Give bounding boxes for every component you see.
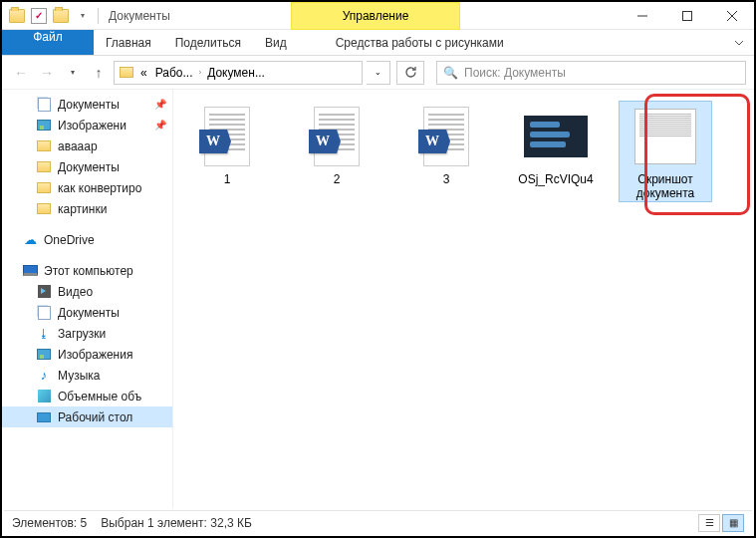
window-title: Документы bbox=[109, 9, 170, 23]
file-item[interactable]: W 1 bbox=[181, 102, 273, 201]
up-button[interactable]: ↑ bbox=[88, 62, 110, 84]
file-name: 2 bbox=[334, 173, 341, 187]
contextual-tab-header: Управление bbox=[291, 2, 460, 30]
tab-file[interactable]: Файл bbox=[2, 30, 94, 55]
image-thumbnail bbox=[630, 102, 700, 171]
folder-icon bbox=[36, 138, 52, 154]
tab-view[interactable]: Вид bbox=[253, 30, 299, 55]
file-item-selected[interactable]: Скриншот документа bbox=[620, 102, 711, 201]
sidebar-item[interactable]: Изображени📌 bbox=[2, 115, 172, 135]
sidebar-this-pc[interactable]: Этот компьютер bbox=[2, 260, 172, 281]
thumbnails-view-button[interactable]: ▦ bbox=[722, 514, 744, 532]
status-bar: Элементов: 5 Выбран 1 элемент: 32,3 КБ ☰… bbox=[4, 510, 752, 534]
refresh-button[interactable] bbox=[396, 61, 424, 85]
qat-properties-icon[interactable]: ✓ bbox=[30, 7, 48, 25]
pin-icon: 📌 bbox=[154, 99, 166, 110]
address-folder-icon bbox=[119, 65, 134, 81]
sidebar-item[interactable]: ⭳Загрузки bbox=[2, 323, 172, 344]
tab-share[interactable]: Поделиться bbox=[163, 30, 253, 55]
sidebar-item[interactable]: Изображения bbox=[2, 344, 172, 365]
video-icon bbox=[36, 284, 52, 300]
minimize-button[interactable] bbox=[620, 2, 664, 29]
word-doc-icon: W bbox=[411, 102, 481, 171]
ribbon-expand-button[interactable] bbox=[724, 30, 754, 55]
folder-icon bbox=[36, 159, 52, 175]
svg-rect-1 bbox=[682, 11, 691, 20]
sidebar-item[interactable]: авааар bbox=[2, 135, 172, 156]
forward-button[interactable]: → bbox=[36, 62, 58, 84]
address-bar[interactable]: « Рабо... › Докумен... bbox=[114, 61, 363, 85]
file-name: 1 bbox=[224, 173, 231, 187]
recent-locations-button[interactable]: ▾ bbox=[62, 62, 84, 84]
documents-icon bbox=[36, 305, 52, 321]
close-button[interactable] bbox=[709, 2, 754, 29]
sidebar-item[interactable]: Документы bbox=[2, 302, 172, 323]
app-folder-icon bbox=[8, 7, 26, 25]
3d-objects-icon bbox=[36, 389, 52, 404]
crumb-1[interactable]: Рабо... bbox=[153, 66, 195, 80]
folder-icon bbox=[36, 180, 52, 196]
music-icon: ♪ bbox=[36, 368, 52, 384]
selection-info: Выбран 1 элемент: 32,3 КБ bbox=[101, 516, 252, 530]
file-name: 3 bbox=[443, 173, 450, 187]
qat-dropdown-icon[interactable]: ▾ bbox=[74, 7, 92, 25]
pc-icon bbox=[22, 263, 38, 279]
file-list[interactable]: W 1 W 2 W 3 OSj_RcVIQu4 Скриншот докумен… bbox=[173, 90, 754, 508]
downloads-icon: ⭳ bbox=[36, 326, 52, 342]
quick-access-toolbar: ✓ ▾ bbox=[2, 7, 101, 25]
title-bar: ✓ ▾ Документы Управление bbox=[2, 2, 754, 30]
qat-new-folder-icon[interactable] bbox=[52, 7, 70, 25]
maximize-button[interactable] bbox=[664, 2, 709, 29]
documents-icon bbox=[36, 97, 52, 113]
sidebar-onedrive[interactable]: ☁OneDrive bbox=[2, 229, 172, 250]
sidebar-item[interactable]: картинки bbox=[2, 198, 172, 219]
search-box[interactable]: 🔍 Поиск: Документы bbox=[436, 61, 746, 85]
pictures-icon bbox=[36, 347, 52, 363]
crumb-sep-icon[interactable]: › bbox=[199, 68, 202, 77]
address-dropdown[interactable]: ⌄ bbox=[367, 61, 390, 85]
tab-home[interactable]: Главная bbox=[94, 30, 163, 55]
sidebar-item[interactable]: Документы📌 bbox=[2, 94, 172, 115]
back-button[interactable]: ← bbox=[10, 62, 32, 84]
pictures-icon bbox=[36, 118, 52, 134]
crumb-2[interactable]: Докумен... bbox=[205, 66, 267, 80]
sidebar-item-desktop[interactable]: Рабочий стол bbox=[2, 406, 172, 427]
tab-picture-tools[interactable]: Средства работы с рисунками bbox=[324, 30, 516, 55]
pin-icon: 📌 bbox=[154, 120, 166, 131]
image-thumbnail bbox=[521, 102, 591, 171]
sidebar-item[interactable]: как конвертиро bbox=[2, 177, 172, 198]
navigation-pane: Документы📌 Изображени📌 авааар Документы … bbox=[2, 90, 173, 508]
search-placeholder: Поиск: Документы bbox=[464, 66, 566, 80]
file-name: Скриншот документа bbox=[620, 173, 711, 201]
navigation-bar: ← → ▾ ↑ « Рабо... › Докумен... ⌄ 🔍 Поиск… bbox=[2, 56, 754, 90]
file-item[interactable]: W 3 bbox=[400, 102, 492, 201]
details-view-button[interactable]: ☰ bbox=[698, 514, 720, 532]
separator bbox=[98, 8, 99, 24]
sidebar-item[interactable]: Документы bbox=[2, 156, 172, 177]
sidebar-item[interactable]: ♪Музыка bbox=[2, 365, 172, 386]
sidebar-item[interactable]: Видео bbox=[2, 281, 172, 302]
search-icon: 🔍 bbox=[443, 66, 458, 80]
file-name: OSj_RcVIQu4 bbox=[518, 173, 593, 187]
folder-icon bbox=[36, 201, 52, 217]
cloud-icon: ☁ bbox=[22, 232, 38, 248]
crumb-prefix: « bbox=[138, 66, 149, 80]
ribbon-tabs: Файл Главная Поделиться Вид Средства раб… bbox=[2, 30, 754, 56]
file-item[interactable]: OSj_RcVIQu4 bbox=[510, 102, 602, 201]
word-doc-icon: W bbox=[302, 102, 372, 171]
file-item[interactable]: W 2 bbox=[291, 102, 382, 201]
item-count: Элементов: 5 bbox=[12, 516, 87, 530]
word-doc-icon: W bbox=[192, 102, 262, 171]
sidebar-item[interactable]: Объемные объ bbox=[2, 386, 172, 406]
desktop-icon bbox=[36, 409, 52, 425]
